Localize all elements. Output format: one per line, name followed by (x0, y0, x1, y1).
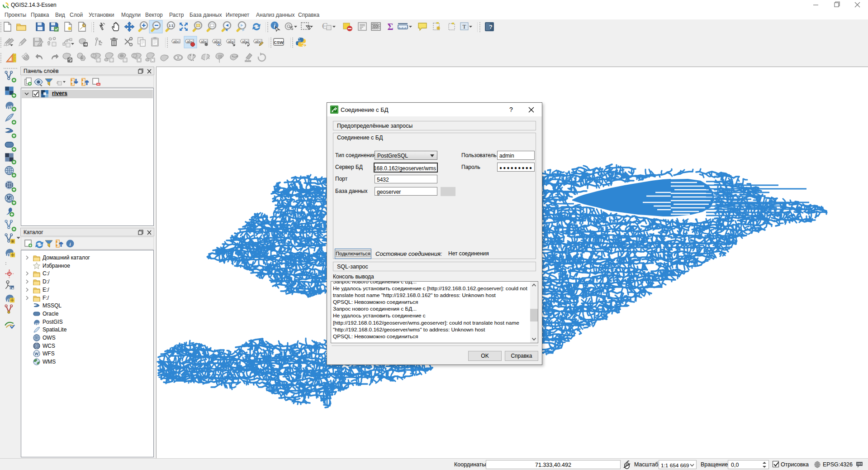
svg-text:1:1: 1:1 (169, 24, 173, 27)
svg-text:i: i (274, 22, 275, 29)
svg-text:CSW: CSW (274, 40, 284, 45)
svg-text:abc: abc (228, 39, 235, 44)
svg-text:abc: abc (173, 39, 180, 44)
svg-text:0▲: 0▲ (9, 286, 14, 289)
svg-text:T: T (463, 23, 466, 30)
svg-text:?: ? (489, 24, 492, 30)
svg-text:Σ: Σ (387, 22, 393, 32)
svg-text:abc: abc (242, 39, 249, 44)
